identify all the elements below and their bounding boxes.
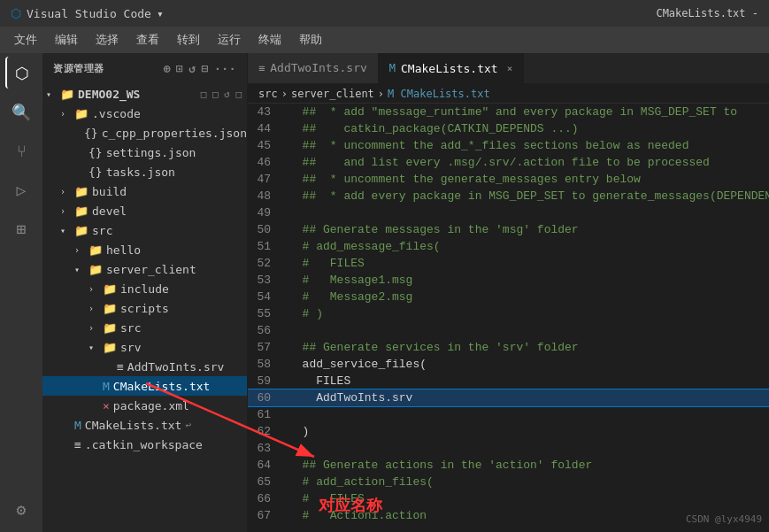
tree-item-demo02ws[interactable]: ▾ 📁 DEMO02_WS □ □ ↺ □ xyxy=(42,84,247,104)
tree-item-package-xml[interactable]: × package.xml xyxy=(42,396,247,415)
menu-item-终端[interactable]: 终端 xyxy=(251,28,288,51)
red-annotation: 对应名称 xyxy=(319,497,382,514)
code-content: # add_message_files( xyxy=(285,238,769,255)
menu-item-选择[interactable]: 选择 xyxy=(88,28,126,51)
tree-label: CMakeLists.txt xyxy=(113,380,211,393)
refresh-icon[interactable]: ↺ xyxy=(188,62,196,75)
tree-item-src-nested[interactable]: › 📁 src xyxy=(42,318,247,337)
tab-addtwoints[interactable]: ≡ AddTwoInts.srv xyxy=(248,53,379,83)
line-number: 46 xyxy=(248,154,285,171)
code-content: ## Generate services in the 'srv' folder xyxy=(285,339,769,356)
code-content: # add_action_files( xyxy=(285,474,769,490)
tree-item-build[interactable]: › 📁 build xyxy=(42,181,247,201)
code-line-54: 54 # Message2.msg xyxy=(248,289,769,305)
breadcrumb-file: M CMakeLists.txt xyxy=(388,88,490,100)
line-number: 49 xyxy=(248,204,285,221)
tree-item-vscode[interactable]: › 📁 .vscode xyxy=(42,104,247,123)
tree-item-addtwoints-srv[interactable]: ≡ AddTwoInts.srv xyxy=(42,357,247,376)
tree-label: DEMO02_WS xyxy=(78,88,140,101)
code-line-58: 58 add_service_files( xyxy=(248,356,769,373)
search-icon[interactable]: 🔍 xyxy=(5,96,37,127)
line-number: 52 xyxy=(248,255,285,272)
tree-item-hello[interactable]: › 📁 hello xyxy=(42,240,247,259)
breadcrumb-part: server_client xyxy=(291,88,374,100)
line-number: 62 xyxy=(248,423,285,440)
line-number: 57 xyxy=(248,339,285,356)
extensions-icon[interactable]: ⊞ xyxy=(5,212,37,244)
sidebar-header-icons: ⊕ ⊡ ↺ ⊟ ··· xyxy=(164,62,236,75)
folder-icon: 📁 xyxy=(88,243,103,257)
tree-item-srv[interactable]: ▾ 📁 srv xyxy=(42,337,247,357)
line-number: 53 xyxy=(248,272,285,289)
line-number: 51 xyxy=(248,238,285,255)
xml-icon: × xyxy=(103,399,110,412)
sidebar-header: 资源管理器 ⊕ ⊡ ↺ ⊟ ··· xyxy=(42,53,247,84)
arrow-icon: › xyxy=(60,109,74,119)
tab-cmakelists[interactable]: M CMakeLists.txt × xyxy=(379,53,524,83)
folder-icon: 📁 xyxy=(103,302,117,315)
tree-item-server-client[interactable]: ▾ 📁 server_client xyxy=(42,259,247,279)
code-line-52: 52 # FILES xyxy=(248,255,769,272)
code-content: ) xyxy=(285,423,769,440)
menu-item-帮助[interactable]: 帮助 xyxy=(292,28,329,51)
line-number: 44 xyxy=(248,120,285,137)
collapse-icon[interactable]: ⊟ xyxy=(202,62,209,75)
more-icon[interactable]: ··· xyxy=(214,62,236,75)
menu-item-文件[interactable]: 文件 xyxy=(7,28,44,51)
tree-item-cmakelists-selected[interactable]: M CMakeLists.txt xyxy=(42,376,247,396)
tree-item-src[interactable]: ▾ 📁 src xyxy=(42,220,247,240)
tree-item-settings[interactable]: {} settings.json xyxy=(42,143,247,162)
breadcrumb-part: src xyxy=(258,88,278,100)
git-icon[interactable]: ⑂ xyxy=(5,135,37,166)
tree-item-devel[interactable]: › 📁 devel xyxy=(42,201,247,220)
settings-icon[interactable]: ⚙ xyxy=(5,493,37,525)
code-line-44: 44 ## catkin_package(CATKIN_DEPENDS ...) xyxy=(248,120,769,137)
new-folder-icon[interactable]: ⊡ xyxy=(176,62,183,75)
code-content: ## catkin_package(CATKIN_DEPENDS ...) xyxy=(285,120,769,137)
explorer-icon[interactable]: ⬡ xyxy=(5,57,37,89)
arrow-icon: › xyxy=(60,187,74,197)
line-number: 48 xyxy=(248,188,285,204)
menu-item-运行[interactable]: 运行 xyxy=(211,28,248,51)
tree-label: build xyxy=(92,185,127,198)
code-line-43: 43 ## * add "message_runtime" and every … xyxy=(248,104,769,120)
tree-item-tasks[interactable]: {} tasks.json xyxy=(42,162,247,181)
tree-label: .vscode xyxy=(92,107,141,120)
line-number: 45 xyxy=(248,137,285,154)
explorer-label: 资源管理器 xyxy=(53,62,104,75)
vscode-icon: ⬡ xyxy=(11,6,21,20)
menu-bar: 文件编辑选择查看转到运行终端帮助 xyxy=(0,27,769,53)
srv-icon: ≡ xyxy=(117,360,124,374)
line-number: 56 xyxy=(248,322,285,339)
menu-item-查看[interactable]: 查看 xyxy=(129,28,166,51)
code-content: ## Generate messages in the 'msg' folder xyxy=(285,221,769,238)
menu-item-转到[interactable]: 转到 xyxy=(170,28,207,51)
cmake-icon: M xyxy=(74,419,81,432)
code-line-64: 64 ## Generate actions in the 'action' f… xyxy=(248,457,769,474)
run-icon[interactable]: ▷ xyxy=(5,173,37,205)
breadcrumb: src › server_client › M CMakeLists.txt xyxy=(248,84,769,104)
arrow-icon: › xyxy=(88,304,103,313)
arrow-icon: › xyxy=(74,245,88,255)
tab-icon: ≡ xyxy=(258,62,265,74)
code-line-47: 47 ## * uncomment the generate_messages … xyxy=(248,171,769,188)
tree-label: devel xyxy=(92,204,127,218)
tree-item-catkin[interactable]: ≡ .catkin_workspace xyxy=(42,435,247,454)
arrow-icon: ▾ xyxy=(74,265,88,274)
tree-item-include[interactable]: › 📁 include xyxy=(42,279,247,298)
code-editor[interactable]: 43 ## * add "message_runtime" and every … xyxy=(248,104,769,532)
folder-icon: 📁 xyxy=(74,224,88,237)
code-content: ## * add every package in MSG_DEP_SET to… xyxy=(285,188,769,204)
tree-item-scripts[interactable]: › 📁 scripts xyxy=(42,298,247,318)
tree-item-cppprops[interactable]: {} c_cpp_properties.json xyxy=(42,123,247,143)
tab-close-button[interactable]: × xyxy=(507,63,513,74)
line-number: 60 xyxy=(248,389,285,406)
tree-item-cmakelists-root[interactable]: M CMakeLists.txt ↩ xyxy=(42,415,247,435)
code-content xyxy=(285,322,769,339)
code-content xyxy=(285,440,769,457)
line-number: 63 xyxy=(248,440,285,457)
menu-item-编辑[interactable]: 编辑 xyxy=(48,28,85,51)
new-file-icon[interactable]: ⊕ xyxy=(164,62,171,75)
folder-icon: 📁 xyxy=(74,107,88,120)
tree-label: .catkin_workspace xyxy=(85,438,203,451)
